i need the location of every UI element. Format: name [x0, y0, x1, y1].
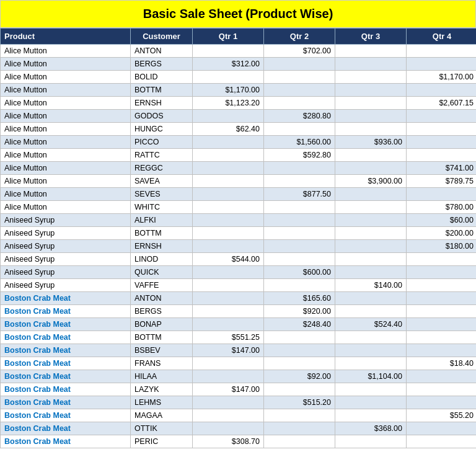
cell-product: Boston Crab Meat [1, 331, 131, 344]
cell-qtr3 [335, 292, 407, 305]
cell-customer: LINOD [131, 253, 193, 266]
table-body: Alice MuttonANTON$702.00Alice MuttonBERG… [1, 45, 477, 448]
cell-qtr4 [407, 136, 477, 149]
cell-qtr3 [335, 266, 407, 279]
cell-qtr4: $780.00 [407, 201, 477, 214]
header-product: Product [1, 29, 131, 45]
cell-product: Alice Mutton [1, 71, 131, 84]
cell-qtr1: $312.00 [193, 58, 264, 71]
cell-qtr2 [264, 123, 335, 136]
cell-qtr3: $3,900.00 [335, 175, 407, 188]
table-row: Aniseed SyrupLINOD$544.00 [1, 253, 477, 266]
title-bar: Basic Sale Sheet (Product Wise) [0, 0, 476, 28]
cell-qtr3 [335, 396, 407, 409]
cell-qtr4 [407, 279, 477, 292]
header-qtr2: Qtr 2 [264, 29, 335, 45]
table-row: Alice MuttonWHITC$780.00 [1, 201, 477, 214]
cell-qtr1 [193, 45, 264, 58]
cell-customer: RATTC [131, 149, 193, 162]
cell-qtr1 [193, 201, 264, 214]
cell-customer: WHITC [131, 201, 193, 214]
cell-qtr2: $248.40 [264, 318, 335, 331]
cell-qtr4 [407, 292, 477, 305]
cell-qtr2 [264, 279, 335, 292]
cell-qtr3 [335, 344, 407, 357]
table-container: Product Customer Qtr 1 Qtr 2 Qtr 3 Qtr 4… [0, 28, 476, 448]
cell-qtr3 [335, 383, 407, 396]
cell-customer: HUNGC [131, 123, 193, 136]
cell-qtr4 [407, 331, 477, 344]
cell-qtr3 [335, 123, 407, 136]
table-row: Boston Crab MeatFRANS$18.40 [1, 357, 477, 370]
cell-qtr2: $280.80 [264, 110, 335, 123]
cell-qtr4 [407, 149, 477, 162]
table-row: Alice MuttonPICCO$1,560.00$936.00 [1, 136, 477, 149]
cell-product: Alice Mutton [1, 97, 131, 110]
cell-qtr4: $18.40 [407, 357, 477, 370]
cell-qtr1 [193, 305, 264, 318]
cell-qtr2 [264, 409, 335, 422]
cell-qtr3: $936.00 [335, 136, 407, 149]
cell-qtr1 [193, 292, 264, 305]
cell-qtr3 [335, 110, 407, 123]
cell-customer: PICCO [131, 136, 193, 149]
cell-qtr1: $544.00 [193, 253, 264, 266]
cell-qtr4 [407, 435, 477, 448]
cell-customer: BOLID [131, 71, 193, 84]
table-header-row: Product Customer Qtr 1 Qtr 2 Qtr 3 Qtr 4 [1, 29, 477, 45]
cell-qtr2: $702.00 [264, 45, 335, 58]
table-row: Alice MuttonBOLID$1,170.00 [1, 71, 477, 84]
cell-product: Boston Crab Meat [1, 422, 131, 435]
table-row: Alice MuttonHUNGC$62.40 [1, 123, 477, 136]
cell-qtr3 [335, 97, 407, 110]
cell-qtr2 [264, 71, 335, 84]
cell-product: Aniseed Syrup [1, 266, 131, 279]
cell-qtr4 [407, 383, 477, 396]
table-row: Aniseed SyrupBOTTM$200.00 [1, 227, 477, 240]
cell-qtr4 [407, 84, 477, 97]
table-row: Alice MuttonBOTTM$1,170.00 [1, 84, 477, 97]
cell-product: Alice Mutton [1, 162, 131, 175]
cell-qtr2: $1,560.00 [264, 136, 335, 149]
cell-qtr4: $180.00 [407, 240, 477, 253]
cell-qtr4 [407, 344, 477, 357]
table-row: Aniseed SyrupALFKI$60.00 [1, 214, 477, 227]
sale-sheet-table: Product Customer Qtr 1 Qtr 2 Qtr 3 Qtr 4… [0, 28, 476, 448]
cell-customer: ANTON [131, 292, 193, 305]
cell-product: Aniseed Syrup [1, 279, 131, 292]
cell-product: Boston Crab Meat [1, 318, 131, 331]
table-row: Aniseed SyrupQUICK$600.00 [1, 266, 477, 279]
table-row: Boston Crab MeatPERIC$308.70 [1, 435, 477, 448]
cell-product: Alice Mutton [1, 201, 131, 214]
cell-qtr1: $147.00 [193, 383, 264, 396]
cell-qtr1 [193, 214, 264, 227]
table-row: Boston Crab MeatBOTTM$551.25 [1, 331, 477, 344]
cell-qtr4 [407, 266, 477, 279]
cell-customer: ERNSH [131, 97, 193, 110]
cell-product: Aniseed Syrup [1, 227, 131, 240]
cell-qtr2 [264, 214, 335, 227]
cell-qtr3 [335, 227, 407, 240]
cell-qtr2 [264, 383, 335, 396]
cell-qtr2 [264, 240, 335, 253]
cell-customer: BOTTM [131, 227, 193, 240]
table-row: Boston Crab MeatLEHMS$515.20 [1, 396, 477, 409]
cell-qtr2: $165.60 [264, 292, 335, 305]
cell-product: Aniseed Syrup [1, 240, 131, 253]
cell-customer: BSBEV [131, 344, 193, 357]
cell-customer: BOTTM [131, 331, 193, 344]
cell-qtr2 [264, 84, 335, 97]
cell-qtr1: $308.70 [193, 435, 264, 448]
table-row: Boston Crab MeatLAZYK$147.00 [1, 383, 477, 396]
cell-qtr3: $524.40 [335, 318, 407, 331]
cell-qtr3 [335, 84, 407, 97]
cell-qtr2: $92.00 [264, 370, 335, 383]
cell-product: Boston Crab Meat [1, 357, 131, 370]
cell-qtr4 [407, 45, 477, 58]
cell-qtr3 [335, 409, 407, 422]
header-qtr3: Qtr 3 [335, 29, 407, 45]
cell-qtr1: $551.25 [193, 331, 264, 344]
cell-qtr1: $62.40 [193, 123, 264, 136]
cell-customer: BOTTM [131, 84, 193, 97]
cell-qtr1: $1,170.00 [193, 84, 264, 97]
